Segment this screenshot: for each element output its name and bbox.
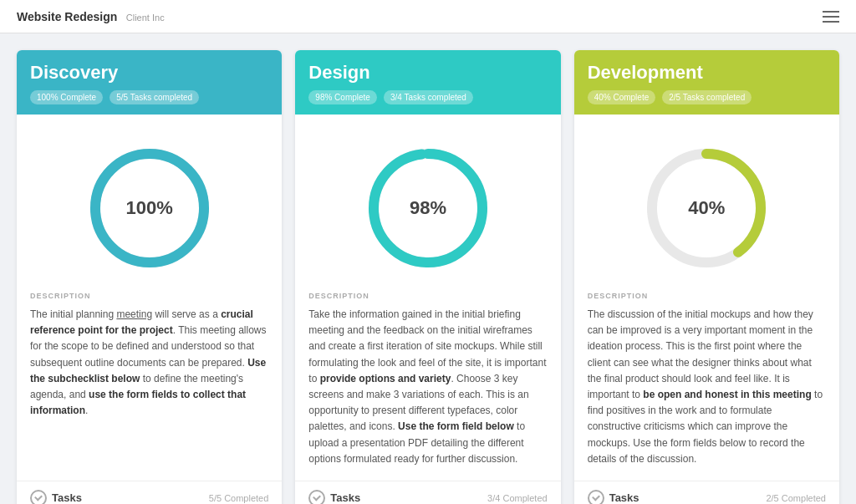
development-donut-container: 40%: [588, 128, 826, 292]
hamburger-line-3: [823, 21, 839, 23]
development-complete-badge: 40% Complete: [588, 90, 656, 104]
card-header-discovery: Discovery 100% Complete 5/5 Tasks comple…: [17, 50, 282, 115]
discovery-description-label: DESCRIPTION: [30, 292, 268, 300]
discovery-donut-container: 100%: [30, 128, 268, 292]
main-content: Discovery 100% Complete 5/5 Tasks comple…: [0, 33, 856, 504]
discovery-percent: 100%: [126, 197, 173, 219]
development-tasks-label: Tasks: [609, 491, 639, 504]
design-description-label: DESCRIPTION: [308, 292, 547, 300]
design-tasks-icon: [308, 490, 325, 504]
card-design: Design 98% Complete 3/4 Tasks completed …: [295, 50, 560, 504]
development-body: 40% DESCRIPTION The discussion of the in…: [574, 115, 839, 481]
discovery-tasks-icon: [30, 490, 47, 504]
design-donut-container: 98%: [308, 128, 547, 292]
header-title-group: Website Redesign Client Inc: [17, 9, 165, 24]
development-description: The discussion of the initial mockups an…: [588, 307, 826, 467]
discovery-tasks-label: Tasks: [52, 491, 82, 504]
app-title: Website Redesign: [17, 10, 117, 23]
discovery-tasks-badge: 5/5 Tasks completed: [110, 90, 199, 104]
card-development: Development 40% Complete 2/5 Tasks compl…: [574, 50, 839, 504]
discovery-title: Discovery: [30, 62, 268, 84]
design-complete-badge: 98% Complete: [308, 90, 377, 104]
discovery-tasks-completed: 5/5 Completed: [209, 493, 269, 503]
card-header-design: Design 98% Complete 3/4 Tasks completed: [295, 50, 560, 115]
development-description-label: DESCRIPTION: [588, 292, 826, 300]
design-body: 98% DESCRIPTION Take the information gai…: [295, 115, 560, 481]
design-tasks-badge: 3/4 Tasks completed: [384, 90, 473, 104]
discovery-tasks-left[interactable]: Tasks: [30, 490, 82, 504]
development-tasks-badge: 2/5 Tasks completed: [662, 90, 752, 104]
design-footer: Tasks 3/4 Completed: [295, 481, 560, 504]
design-title: Design: [308, 62, 547, 84]
design-tasks-label: Tasks: [330, 491, 360, 504]
development-footer: Tasks 2/5 Completed: [574, 481, 839, 504]
design-tasks-left[interactable]: Tasks: [308, 490, 360, 504]
development-tasks-icon: [588, 490, 604, 504]
design-description: Take the information gained in the initi…: [308, 307, 547, 467]
card-header-development: Development 40% Complete 2/5 Tasks compl…: [574, 50, 839, 115]
hamburger-line-2: [823, 16, 839, 18]
discovery-footer: Tasks 5/5 Completed: [17, 481, 282, 504]
development-tasks-left[interactable]: Tasks: [588, 490, 639, 504]
client-name: Client Inc: [126, 13, 165, 23]
development-badges: 40% Complete 2/5 Tasks completed: [588, 90, 826, 104]
card-discovery: Discovery 100% Complete 5/5 Tasks comple…: [17, 50, 282, 504]
development-title: Development: [588, 62, 826, 84]
hamburger-menu[interactable]: [823, 11, 839, 23]
development-percent: 40%: [688, 197, 725, 219]
design-percent: 98%: [410, 197, 446, 219]
design-badges: 98% Complete 3/4 Tasks completed: [308, 90, 547, 104]
discovery-description: The initial planning meeting will serve …: [30, 307, 268, 467]
discovery-badges: 100% Complete 5/5 Tasks completed: [30, 90, 268, 104]
hamburger-line-1: [823, 11, 839, 13]
development-tasks-completed: 2/5 Completed: [766, 493, 826, 503]
discovery-body: 100% DESCRIPTION The initial planning me…: [17, 115, 282, 481]
design-tasks-completed: 3/4 Completed: [487, 493, 548, 503]
app-header: Website Redesign Client Inc: [0, 0, 856, 33]
discovery-complete-badge: 100% Complete: [30, 90, 103, 104]
